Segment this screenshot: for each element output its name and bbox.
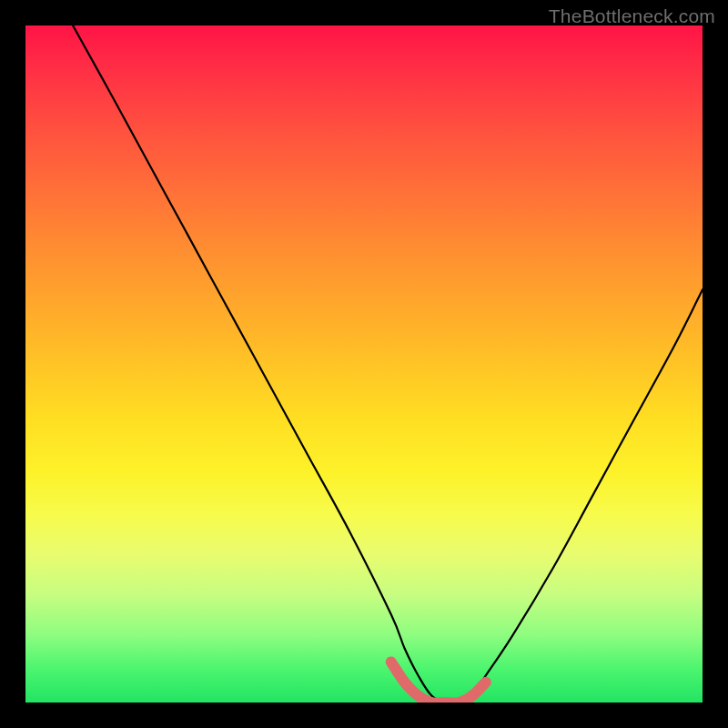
chart-stage: TheBottleneck.com bbox=[0, 0, 728, 728]
curve-layer bbox=[25, 25, 703, 703]
plot-area bbox=[25, 25, 703, 703]
main-curve bbox=[73, 25, 703, 703]
valley-highlight bbox=[391, 662, 486, 703]
watermark-text: TheBottleneck.com bbox=[549, 5, 715, 27]
